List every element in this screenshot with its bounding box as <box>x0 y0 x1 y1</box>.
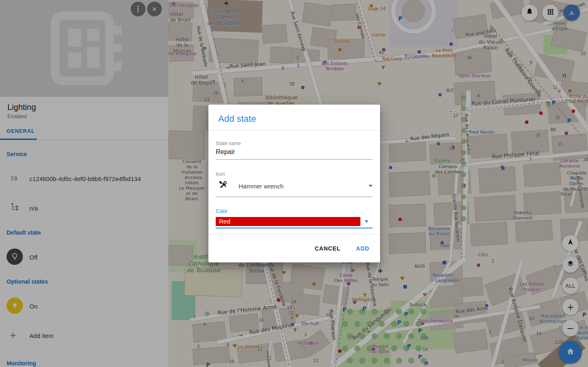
cancel-button[interactable]: CANCEL <box>315 245 340 252</box>
color-select[interactable]: Red <box>216 217 373 226</box>
dialog-title: Add state <box>218 114 370 124</box>
dialog-header: Add state <box>208 105 380 131</box>
color-select-value: Red <box>216 217 360 226</box>
color-field-underline <box>216 228 373 228</box>
app-window: PPPPPPPPPPPPPPPΨΨΨΨΨΨΨΨΨΨΨYYYcc⋮⋮⋮Π+++→←… <box>0 0 588 367</box>
add-state-dialog: Add state State name Repair Icon Hammer … <box>208 105 380 262</box>
state-name-label: State name <box>216 141 373 146</box>
state-name-input[interactable]: Repair <box>216 146 373 160</box>
chevron-down-icon-blue <box>364 220 369 223</box>
icon-select-value: Hammer wrench <box>239 183 369 190</box>
chevron-down-icon <box>369 185 373 187</box>
dialog-footer: CANCEL ADD <box>208 234 380 262</box>
icon-select[interactable]: Hammer wrench <box>216 177 373 197</box>
add-button[interactable]: ADD <box>356 245 369 252</box>
hammer-wrench-icon <box>218 180 228 192</box>
dialog-body: State name Repair Icon Hammer wrench <box>208 131 380 228</box>
icon-field-label: Icon <box>216 171 373 177</box>
color-field-label: Color <box>216 208 373 214</box>
